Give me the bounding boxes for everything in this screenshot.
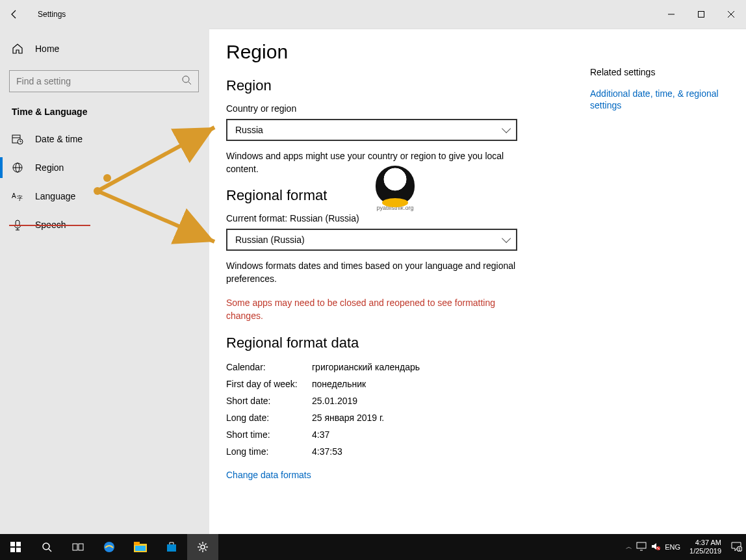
firstday-label: First day of week:: [226, 377, 312, 390]
close-button[interactable]: [716, 4, 746, 25]
system-tray[interactable]: ︿ ENG 4:37 AM 1/25/2019 1: [626, 539, 746, 555]
chevron-down-icon: [502, 234, 511, 243]
taskbar: ︿ ENG 4:37 AM 1/25/2019 1: [0, 534, 746, 560]
country-label: Country or region: [226, 103, 556, 114]
calendar-label: Calendar:: [226, 361, 312, 374]
longtime-value: 4:37:53: [312, 445, 556, 458]
format-warning: Some apps may need to be closed and reop…: [226, 297, 517, 322]
svg-rect-27: [134, 542, 140, 545]
nav-label: Language: [35, 191, 75, 201]
svg-rect-31: [637, 542, 646, 548]
window-title: Settings: [29, 10, 66, 19]
svg-rect-23: [73, 544, 77, 550]
tray-display-icon[interactable]: [636, 542, 647, 552]
svg-text:1: 1: [738, 547, 741, 552]
format-dropdown[interactable]: Russian (Russia): [226, 229, 517, 251]
related-settings: Related settings Additional date, time, …: [573, 29, 742, 534]
svg-point-2: [183, 76, 189, 83]
shorttime-label: Short time:: [226, 428, 312, 441]
format-value: Russian (Russia): [235, 235, 305, 245]
home-label: Home: [35, 44, 59, 54]
svg-rect-29: [167, 544, 176, 552]
svg-rect-1: [699, 12, 704, 18]
change-formats-link[interactable]: Change data formats: [226, 470, 556, 480]
language-icon: A字: [12, 190, 23, 202]
back-button[interactable]: [0, 0, 29, 29]
globe-icon: [12, 162, 23, 173]
longdate-label: Long date:: [226, 411, 312, 424]
longdate-value: 25 января 2019 г.: [312, 411, 556, 424]
related-title: Related settings: [590, 67, 725, 77]
firstday-value: понедельник: [312, 377, 556, 390]
svg-rect-17: [10, 542, 15, 546]
action-center-icon[interactable]: 1: [730, 541, 742, 553]
country-value: Russia: [235, 125, 263, 135]
svg-rect-24: [79, 544, 83, 550]
search-button[interactable]: [31, 534, 62, 560]
calendar-value: григорианский календарь: [312, 361, 556, 374]
nav-date-time[interactable]: Date & time: [0, 125, 209, 153]
longtime-label: Long time:: [226, 445, 312, 458]
sidebar: Home Time & Language Date & time Region …: [0, 29, 209, 534]
maximize-button[interactable]: [686, 4, 716, 25]
nav-language[interactable]: A字 Language: [0, 182, 209, 210]
file-explorer-icon[interactable]: [125, 534, 156, 560]
annotation-underline: [9, 225, 90, 226]
svg-rect-18: [16, 542, 21, 546]
svg-point-21: [43, 543, 49, 550]
tray-lang[interactable]: ENG: [665, 543, 680, 551]
format-desc: Windows formats dates and times based on…: [226, 260, 517, 285]
svg-text:字: 字: [17, 195, 23, 201]
home-icon: [12, 43, 23, 55]
ie-icon[interactable]: [94, 534, 125, 560]
tray-chevron-icon[interactable]: ︿: [626, 542, 632, 552]
nav-label: Region: [35, 162, 64, 173]
nav-label: Date & time: [35, 134, 83, 144]
tray-clock[interactable]: 4:37 AM 1/25/2019: [684, 539, 727, 555]
svg-line-3: [188, 82, 191, 84]
watermark: pyatilistnik.org: [363, 156, 428, 221]
search-icon: [181, 75, 192, 88]
svg-point-30: [201, 545, 205, 549]
minimize-button[interactable]: [656, 4, 686, 25]
tray-time: 4:37 AM: [689, 539, 721, 547]
svg-text:A: A: [12, 192, 16, 199]
shorttime-value: 4:37: [312, 428, 556, 441]
settings-taskbar-icon[interactable]: [187, 534, 218, 560]
svg-rect-28: [135, 546, 146, 551]
section-data-header: Regional format data: [226, 335, 556, 351]
titlebar: Settings: [0, 0, 746, 29]
nav-region[interactable]: Region: [0, 153, 209, 182]
chevron-down-icon: [502, 124, 511, 133]
task-view-button[interactable]: [62, 534, 94, 560]
store-icon[interactable]: [156, 534, 187, 560]
category-header: Time & Language: [0, 92, 209, 125]
tray-volume-icon[interactable]: [650, 542, 661, 552]
format-data-table: Calendar: григорианский календарь First …: [226, 361, 556, 458]
search-input[interactable]: [16, 76, 181, 86]
shortdate-value: 25.01.2019: [312, 394, 556, 407]
search-box[interactable]: [9, 70, 199, 92]
country-dropdown[interactable]: Russia: [226, 119, 517, 141]
home-nav[interactable]: Home: [0, 36, 209, 61]
shortdate-label: Short date:: [226, 394, 312, 407]
svg-rect-19: [10, 548, 15, 552]
page-title: Region: [226, 41, 556, 63]
related-link[interactable]: Additional date, time, & regional settin…: [590, 88, 719, 110]
svg-line-22: [49, 549, 51, 552]
start-button[interactable]: [0, 534, 31, 560]
tray-date: 1/25/2019: [689, 547, 721, 555]
svg-rect-20: [16, 548, 21, 552]
section-region-header: Region: [226, 77, 556, 94]
calendar-clock-icon: [12, 133, 23, 145]
main-content: Region Region Country or region Russia W…: [209, 29, 746, 534]
